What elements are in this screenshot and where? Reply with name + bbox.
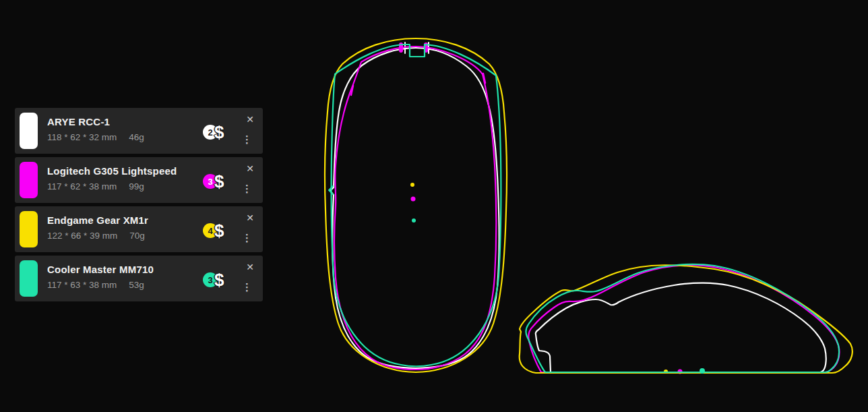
mouse-size-text: 118 * 62 * 32 mm: [47, 132, 117, 142]
mouse-outline: [334, 47, 496, 370]
mouse-dimensions: 117 * 62 * 38 mm99g: [47, 181, 177, 192]
mouse-color-swatch[interactable]: [20, 162, 38, 198]
sensor-position-dot: [411, 197, 416, 202]
mouse-name: ARYE RCC-1: [47, 116, 144, 127]
mouse-list-sidebar: ARYE RCC-1 118 * 62 * 32 mm46g 2 $ ✕ ⋮ L…: [15, 108, 263, 305]
dollar-icon: $: [214, 123, 224, 141]
price-badge[interactable]: 3 $: [203, 173, 224, 190]
mouse-name: Endgame Gear XM1r: [47, 214, 148, 226]
sensor-position-dot: [410, 183, 414, 187]
close-icon[interactable]: ✕: [246, 213, 254, 223]
side-view-outlines: [520, 264, 852, 374]
price-badge[interactable]: 2 $: [203, 123, 224, 141]
mouse-outline: [332, 45, 501, 366]
mouse-size-text: 117 * 63 * 38 mm: [47, 280, 117, 290]
mouse-weight-text: 46g: [129, 132, 144, 142]
mouse-color-swatch[interactable]: [20, 260, 38, 297]
mouse-size-text: 117 * 62 * 38 mm: [47, 181, 117, 192]
close-icon[interactable]: ✕: [246, 164, 254, 173]
mouse-outline: [528, 265, 839, 372]
close-icon[interactable]: ✕: [246, 262, 254, 272]
top-view-outlines: [325, 38, 507, 372]
kebab-menu-icon[interactable]: ⋮: [242, 183, 252, 194]
sensor-position-dot: [700, 368, 705, 374]
mouse-dimensions: 117 * 63 * 38 mm53g: [47, 280, 154, 290]
mouse-dimensions: 118 * 62 * 32 mm46g: [47, 132, 144, 142]
mouse-info: ARYE RCC-1 118 * 62 * 32 mm46g: [47, 116, 144, 142]
mouse-color-swatch[interactable]: [20, 211, 38, 247]
mouse-card[interactable]: ARYE RCC-1 118 * 62 * 32 mm46g 2 $ ✕ ⋮: [15, 108, 263, 154]
mouse-dimensions: 122 * 66 * 39 mm70g: [47, 231, 148, 241]
kebab-menu-icon[interactable]: ⋮: [242, 134, 252, 144]
kebab-menu-icon[interactable]: ⋮: [242, 233, 252, 243]
mouse-card[interactable]: Logitech G305 Lightspeed 117 * 62 * 38 m…: [15, 157, 263, 203]
sensor-position-dot: [412, 218, 416, 223]
price-badge[interactable]: 3 $: [203, 271, 224, 289]
dollar-icon: $: [214, 222, 224, 239]
price-badge[interactable]: 4 $: [203, 222, 224, 239]
mouse-name: Logitech G305 Lightspeed: [47, 165, 177, 177]
mouse-outline: [330, 48, 499, 368]
mouse-color-swatch[interactable]: [20, 113, 38, 149]
mouse-outline: [520, 265, 852, 373]
close-icon[interactable]: ✕: [246, 115, 254, 124]
dollar-icon: $: [214, 271, 224, 289]
mouse-weight-text: 70g: [129, 231, 145, 241]
mouse-info: Endgame Gear XM1r 122 * 66 * 39 mm70g: [47, 214, 148, 241]
mouse-weight-text: 53g: [129, 280, 144, 290]
mouse-info: Logitech G305 Lightspeed 117 * 62 * 38 m…: [47, 165, 177, 192]
mouse-outline: [526, 264, 839, 372]
kebab-menu-icon[interactable]: ⋮: [242, 282, 252, 292]
mouse-card[interactable]: Endgame Gear XM1r 122 * 66 * 39 mm70g 4 …: [15, 206, 263, 252]
mouse-size-text: 122 * 66 * 39 mm: [47, 231, 117, 241]
mouse-name: Cooler Master MM710: [47, 264, 154, 275]
mouse-card[interactable]: Cooler Master MM710 117 * 63 * 38 mm53g …: [15, 256, 263, 301]
mouse-info: Cooler Master MM710 117 * 63 * 38 mm53g: [47, 264, 154, 290]
mouse-outline: [536, 283, 826, 372]
mouse-weight-text: 99g: [129, 181, 144, 192]
dollar-icon: $: [214, 173, 224, 190]
